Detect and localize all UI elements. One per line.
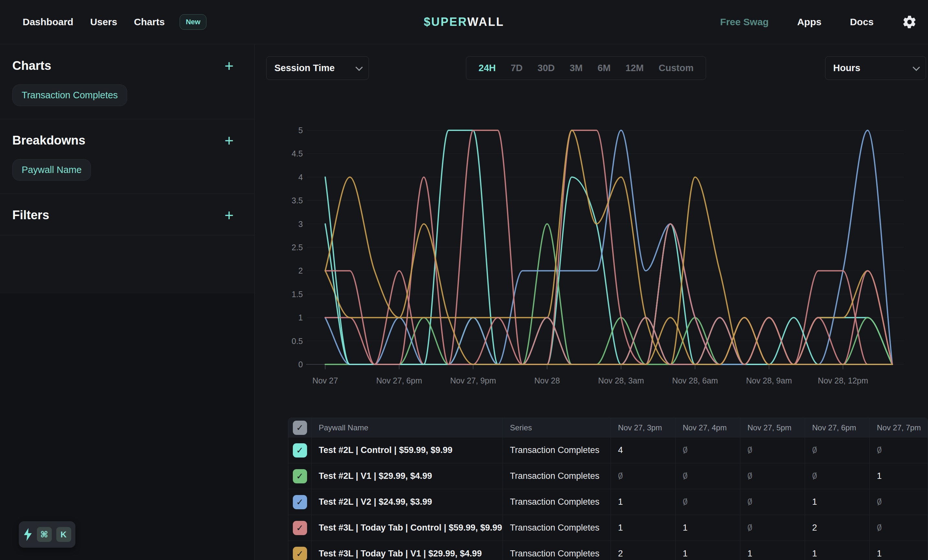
- value: 0: [683, 497, 688, 507]
- x-tick-label: Nov 28, 12pm: [818, 376, 868, 385]
- row-checkbox[interactable]: ✓: [293, 547, 307, 560]
- x-tick-label: Nov 28, 6am: [672, 376, 718, 385]
- row-checkbox[interactable]: ✓: [293, 495, 307, 509]
- paywall-name-cell: Test #3L | Today Tab | V1 | $29.99, $4.9…: [311, 541, 503, 560]
- superwall-logo: $UPERWALL: [424, 15, 504, 29]
- value: 1: [877, 549, 882, 559]
- value: 2: [618, 549, 623, 559]
- value-cell: 0: [611, 463, 676, 489]
- range-tab-6m[interactable]: 6M: [598, 63, 611, 73]
- sidebar-section-charts: Charts + Transaction Completes: [0, 45, 254, 119]
- header-checkbox-cell: ✓: [288, 418, 311, 437]
- series-cell: Transaction Completes: [503, 541, 611, 560]
- paywall-name-cell: Test #2L | Control | $59.99, $9.99: [311, 437, 503, 463]
- range-tab-7d[interactable]: 7D: [511, 63, 523, 73]
- value-cell: 0: [676, 463, 740, 489]
- unit-select[interactable]: Hours: [825, 56, 926, 80]
- column-header: Paywall Name: [311, 418, 503, 437]
- value-cell: 1: [870, 541, 928, 560]
- nav-item-apps[interactable]: Apps: [797, 17, 821, 27]
- value-cell: 0: [676, 437, 740, 463]
- x-tick-label: Nov 28: [534, 376, 560, 385]
- value-cell: 0: [740, 489, 805, 515]
- row-checkbox[interactable]: ✓: [293, 521, 307, 535]
- range-tab-3m[interactable]: 3M: [569, 63, 582, 73]
- nav-item-free-swag[interactable]: Free Swag: [720, 17, 769, 27]
- row-checkbox-cell: ✓: [288, 489, 311, 515]
- value: 0: [618, 471, 623, 481]
- value: 1: [618, 497, 623, 507]
- table-row: ✓Test #3L | Today Tab | V1 | $29.99, $4.…: [288, 541, 928, 560]
- chip-paywall-name[interactable]: Paywall Name: [12, 159, 91, 181]
- range-tab-custom[interactable]: Custom: [659, 63, 694, 73]
- value: 0: [877, 523, 882, 533]
- chip-transaction-completes[interactable]: Transaction Completes: [12, 84, 127, 106]
- charts-section-title: Charts: [12, 59, 51, 73]
- select-all-checkbox[interactable]: ✓: [293, 421, 307, 435]
- value: 0: [748, 445, 752, 455]
- y-tick-label: 0: [298, 360, 303, 369]
- breakdown-table: ✓Paywall NameSeriesNov 27, 3pmNov 27, 4p…: [288, 418, 928, 560]
- y-tick-label: 1: [298, 313, 303, 322]
- column-header: Nov 27, 6pm: [805, 418, 870, 437]
- column-header: Series: [503, 418, 611, 437]
- range-tab-12m[interactable]: 12M: [626, 63, 644, 73]
- chart-svg: 00.511.522.533.544.55Nov 27Nov 27, 6pmNo…: [287, 123, 928, 391]
- x-tick-label: Nov 27, 6pm: [376, 376, 422, 385]
- value: 0: [877, 445, 882, 455]
- value: 2: [812, 523, 817, 533]
- table-row: ✓Test #2L | V2 | $24.99, $3.99Transactio…: [288, 489, 928, 515]
- range-tab-24h[interactable]: 24H: [479, 63, 496, 73]
- command-palette-button[interactable]: ⌘ K: [19, 521, 75, 548]
- nav-item-dashboard[interactable]: Dashboard: [23, 17, 73, 27]
- y-tick-label: 3.5: [292, 196, 303, 205]
- series-cell: Transaction Completes: [503, 463, 611, 489]
- top-nav: Dashboard Users Charts New $UPERWALL Fre…: [0, 0, 928, 44]
- nav-item-users[interactable]: Users: [90, 17, 117, 27]
- row-checkbox[interactable]: ✓: [293, 443, 307, 458]
- add-filter-button[interactable]: +: [216, 209, 242, 222]
- logo-rest: WALL: [467, 15, 504, 29]
- value-cell: 0: [740, 515, 805, 540]
- nav-left: Dashboard Users Charts New: [0, 14, 206, 30]
- column-header: Nov 27, 7pm: [870, 418, 928, 437]
- value-cell: 0: [805, 463, 870, 489]
- value: 0: [812, 471, 817, 481]
- column-header: Nov 27, 3pm: [611, 418, 676, 437]
- y-tick-label: 4.5: [292, 149, 303, 158]
- paywall-name-cell: Test #3L | Today Tab | Control | $59.99,…: [311, 515, 503, 540]
- y-tick-label: 2.5: [292, 243, 303, 252]
- nav-item-charts[interactable]: Charts: [134, 17, 165, 27]
- row-checkbox-cell: ✓: [288, 437, 311, 463]
- nav-item-docs[interactable]: Docs: [850, 17, 874, 27]
- range-tab-30d[interactable]: 30D: [537, 63, 555, 73]
- value: 4: [618, 445, 623, 455]
- value-cell: 1: [740, 541, 805, 560]
- sidebar-empty-area: [0, 293, 254, 560]
- nav-right: Free Swag Apps Docs: [720, 15, 917, 29]
- value: 0: [748, 471, 752, 481]
- value: 1: [748, 549, 752, 559]
- value-cell: 4: [611, 437, 676, 463]
- new-badge: New: [180, 14, 206, 30]
- value-cell: 0: [740, 437, 805, 463]
- x-tick-label: Nov 27, 9pm: [450, 376, 496, 385]
- y-tick-label: 2: [298, 266, 303, 275]
- gear-icon[interactable]: [902, 15, 917, 29]
- value-cell: 0: [870, 489, 928, 515]
- cmd-keycap: ⌘: [37, 527, 52, 542]
- breakdowns-section-title: Breakdowns: [12, 134, 85, 148]
- k-keycap: K: [56, 527, 71, 542]
- paywall-name-cell: Test #2L | V1 | $29.99, $4.99: [311, 463, 503, 489]
- series-cell: Transaction Completes: [503, 437, 611, 463]
- unit-select-value: Hours: [833, 63, 860, 73]
- value-cell: 1: [611, 515, 676, 540]
- value-cell: 1: [870, 463, 928, 489]
- add-chart-button[interactable]: +: [216, 59, 242, 72]
- y-tick-label: 0.5: [292, 336, 303, 345]
- add-breakdown-button[interactable]: +: [216, 134, 242, 147]
- row-checkbox[interactable]: ✓: [293, 469, 307, 483]
- y-tick-label: 1.5: [292, 290, 303, 299]
- sidebar: Charts + Transaction Completes Breakdown…: [0, 45, 255, 560]
- metric-select[interactable]: Session Time: [266, 56, 369, 80]
